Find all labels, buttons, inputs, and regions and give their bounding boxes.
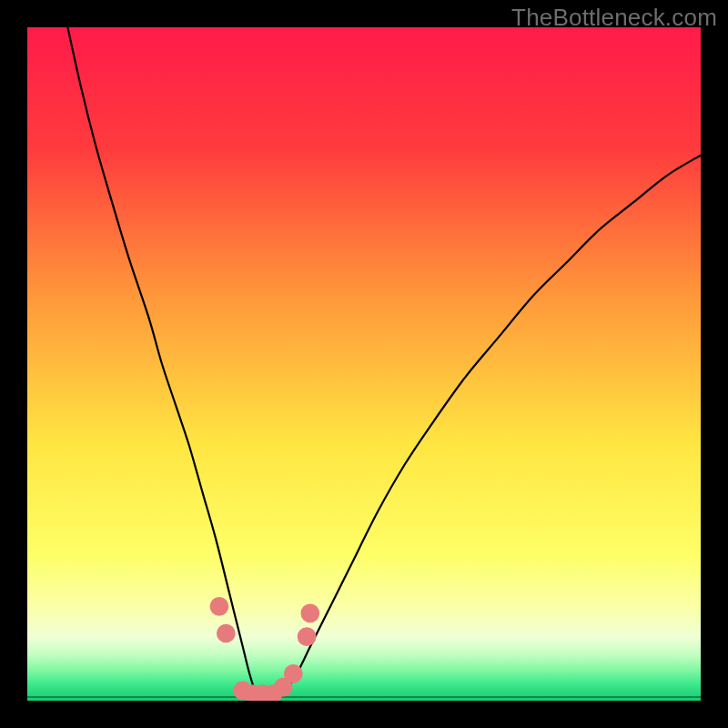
watermark-text: TheBottleneck.com [511,4,717,32]
marker-dot [217,624,236,643]
marker-dot [300,603,319,622]
chart-frame: TheBottleneck.com [0,0,728,728]
plot-area [27,27,701,701]
highlight-markers [27,27,701,701]
marker-dot [210,597,229,616]
marker-dot [284,664,303,683]
marker-dot [298,627,317,646]
